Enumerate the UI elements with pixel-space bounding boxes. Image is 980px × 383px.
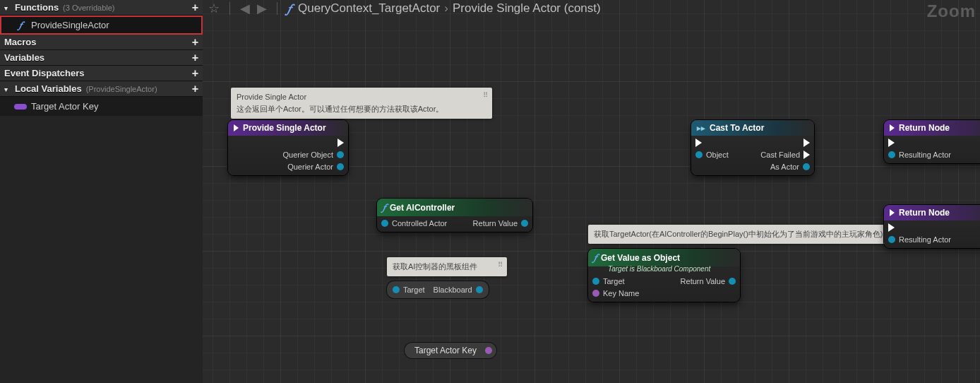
pin-controlled-actor[interactable]: Controlled Actor <box>381 219 447 228</box>
node-cast-title: Cast To Actor <box>710 123 764 133</box>
node-return-2[interactable]: Return Node Resulting Actor <box>884 205 980 248</box>
varnode-label: Target Actor Key <box>414 346 477 355</box>
variables-header[interactable]: Variables + <box>0 50 203 66</box>
node-return-1[interactable]: Return Node Resulting Actor <box>884 120 980 163</box>
tooltip-psa-title: Provide Single Actor <box>237 92 486 102</box>
zoom-label: Zoom <box>927 1 976 21</box>
macros-title: Macros <box>4 37 37 47</box>
pin-exec-out[interactable] <box>337 139 344 147</box>
favorite-icon[interactable]: ☆ <box>208 1 220 16</box>
tooltip-blackboard: ⠿ 获取AI控制器的黑板组件 <box>387 257 507 276</box>
dispatchers-header[interactable]: Event Dispatchers + <box>0 66 203 81</box>
node-get-aicontroller[interactable]: 𝑓Get AIController Controlled Actor Retur… <box>377 199 532 232</box>
graph-canvas[interactable]: ☆ ◀ ▶ 𝑓 QueryContext_TargetActor›Provide… <box>203 0 980 383</box>
tooltip-provide-single-actor: ⠿ Provide Single Actor 这会返回单个Actor。可以通过任… <box>231 88 492 119</box>
function-breadcrumb-icon: 𝑓 <box>287 1 291 16</box>
pin-ret1-resulting[interactable]: Resulting Actor <box>888 151 951 159</box>
pin-icon: ⠿ <box>498 260 503 270</box>
node-ret1-title: Return Node <box>899 123 950 133</box>
function-icon: 𝑓 <box>383 201 386 213</box>
pin-cast-exec-out[interactable] <box>803 139 810 147</box>
pin-ret1-exec[interactable] <box>888 139 951 147</box>
pin-bb-out[interactable]: Blackboard <box>434 285 483 294</box>
add-variable-button[interactable]: + <box>192 53 198 63</box>
return-icon <box>890 209 895 216</box>
nav-fwd-icon[interactable]: ▶ <box>257 1 267 16</box>
node-get-value-as-object[interactable]: 𝑓Get Value as Object Target is Blackboar… <box>588 249 740 302</box>
pin-querier-object[interactable]: Querier Object <box>282 151 344 159</box>
pin-bb-target[interactable]: Target <box>393 285 425 294</box>
pin-icon: ⠿ <box>483 90 488 100</box>
entry-icon <box>234 124 239 131</box>
pin-getai-return[interactable]: Return Value <box>473 219 528 228</box>
node-blackboard[interactable]: Target Blackboard <box>387 281 489 298</box>
pin-gvao-return[interactable]: Return Value <box>681 277 736 285</box>
functions-hint: (3 Overridable) <box>63 4 114 12</box>
breadcrumb-parent[interactable]: QueryContext_TargetActor <box>298 1 440 15</box>
node-cast-to-actor[interactable]: ▸▸Cast To Actor Object Cast Failed As Ac… <box>691 120 814 175</box>
variable-icon <box>14 102 27 112</box>
localvars-title: Local Variables <box>15 83 82 94</box>
add-macro-button[interactable]: + <box>192 37 198 47</box>
functions-header[interactable]: ▾Functions(3 Overridable) + <box>0 0 203 16</box>
function-icon: 𝑓 <box>14 20 27 30</box>
node-var-target-actor-key[interactable]: Target Actor Key <box>405 343 496 358</box>
pin-cast-exec-in[interactable] <box>695 139 729 147</box>
node-ret2-title: Return Node <box>899 208 950 218</box>
pin-varkey-out[interactable] <box>485 347 492 354</box>
variables-title: Variables <box>4 52 44 63</box>
function-item-label: ProvideSingleActor <box>31 20 109 30</box>
pin-ret2-resulting[interactable]: Resulting Actor <box>888 235 951 244</box>
pin-cast-failed[interactable]: Cast Failed <box>760 151 810 159</box>
breadcrumb-current: Provide Single Actor (const) <box>453 1 601 15</box>
graph-toolbar: ☆ ◀ ▶ 𝑓 QueryContext_TargetActor›Provide… <box>203 0 980 17</box>
cast-icon: ▸▸ <box>697 124 705 133</box>
localvar-item-targetactorkey[interactable]: Target Actor Key <box>0 97 203 116</box>
macros-header[interactable]: Macros + <box>0 35 203 50</box>
node-gvao-sub: Target is Blackboard Component <box>588 265 740 274</box>
pin-ret2-exec[interactable] <box>888 223 951 232</box>
node-gvao-title: Get Value as Object <box>601 253 680 263</box>
add-function-button[interactable]: + <box>192 3 198 13</box>
tooltip-bb-text: 获取AI控制器的黑板组件 <box>393 262 477 271</box>
localvar-item-label: Target Actor Key <box>31 101 98 112</box>
function-icon: 𝑓 <box>594 252 597 264</box>
pin-cast-object[interactable]: Object <box>695 151 729 159</box>
add-dispatcher-button[interactable]: + <box>192 69 198 78</box>
node-provide-single-actor[interactable]: Provide Single Actor Querier Object Quer… <box>228 120 348 175</box>
pin-cast-asactor[interactable]: As Actor <box>770 163 810 171</box>
dispatchers-title: Event Dispatchers <box>4 68 84 78</box>
node-getai-title: Get AIController <box>390 203 455 213</box>
sidebar: ▾Functions(3 Overridable) + 𝑓 ProvideSin… <box>0 0 203 383</box>
add-localvar-button[interactable]: + <box>192 84 198 94</box>
localvars-header[interactable]: ▾Local Variables(ProvideSingleActor) + <box>0 81 203 97</box>
return-icon <box>890 124 895 131</box>
pin-querier-actor[interactable]: Querier Actor <box>287 163 344 171</box>
functions-title: Functions <box>15 2 59 13</box>
function-item-providesingleactor[interactable]: 𝑓 ProvideSingleActor <box>0 16 203 35</box>
pin-gvao-keyname[interactable]: Key Name <box>592 289 639 297</box>
breadcrumb[interactable]: QueryContext_TargetActor›Provide Single … <box>298 1 601 16</box>
tooltip-psa-body: 这会返回单个Actor。可以通过任何想要的方法获取该Actor。 <box>237 105 443 113</box>
tooltip-targetactor-text: 获取TargetActor(在AIController的BeginPlay()中… <box>594 230 883 238</box>
nav-back-icon[interactable]: ◀ <box>240 1 250 16</box>
node-psa-title: Provide Single Actor <box>243 123 326 133</box>
pin-gvao-target[interactable]: Target <box>592 277 639 285</box>
localvars-hint: (ProvideSingleActor) <box>86 85 157 93</box>
